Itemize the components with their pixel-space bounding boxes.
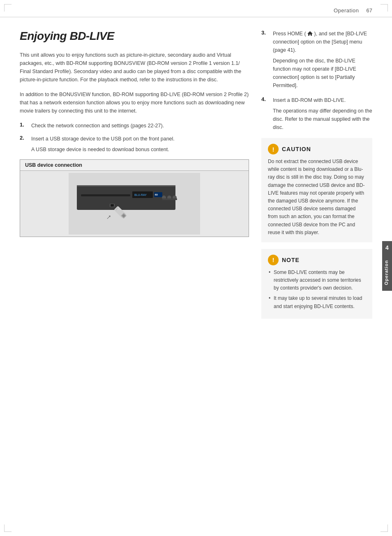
- step-2-content-wrap: Insert a USB storage device to the USB p…: [31, 135, 175, 154]
- step-item-2: 2. Insert a USB storage device to the US…: [20, 135, 249, 154]
- page-header: Operation 67: [0, 0, 392, 17]
- content-area: Enjoying BD-LIVE This unit allows you to…: [0, 17, 392, 331]
- step-2-note: A USB storage device is needed to downlo…: [31, 145, 175, 154]
- step-2-number: 2.: [20, 135, 28, 154]
- page-container: Operation 67 Enjoying BD-LIVE This unit …: [0, 0, 392, 536]
- caution-icon: !: [268, 144, 279, 154]
- note-item-2: It may take up to several minutes to loa…: [268, 294, 366, 310]
- svg-text:BLU-RAY: BLU-RAY: [134, 193, 147, 196]
- right-column: 3. Press HOME ( ), and set the [BD-LIVE …: [261, 30, 372, 319]
- step-item-4: 4. Insert a BD-ROM with BD-LIVE. The ope…: [261, 96, 372, 131]
- usb-device-box: USB device connection BLU-RAY: [20, 159, 249, 237]
- svg-rect-3: [81, 194, 130, 196]
- side-tab-container: 4 Operation: [382, 241, 392, 291]
- caution-label: CAUTION: [282, 146, 311, 152]
- intro-paragraph-2: In addition to the BONUSVIEW function, B…: [20, 90, 249, 115]
- note-list: Some BD-LIVE contents may be restrictive…: [268, 269, 366, 311]
- note-item-1: Some BD-LIVE contents may be restrictive…: [268, 269, 366, 292]
- player-illustration: BLU-RAY BD: [69, 173, 200, 235]
- step-4-number: 4.: [261, 96, 270, 131]
- step-3-text: Press HOME ( ), and set the [BD-LIVE con…: [273, 31, 367, 53]
- step-4-text: Insert a BD-ROM with BD-LIVE.: [273, 97, 346, 103]
- step-3-number: 3.: [261, 30, 270, 90]
- svg-text:BD: BD: [155, 193, 158, 196]
- corner-mark-tr: [380, 4, 388, 12]
- step-4-content-wrap: Insert a BD-ROM with BD-LIVE. The operat…: [273, 96, 372, 131]
- usb-box-title: USB device connection: [20, 160, 249, 171]
- caution-header: ! CAUTION: [268, 144, 366, 154]
- side-tab-number: 4: [382, 241, 392, 254]
- usb-box-image: BLU-RAY BD: [20, 171, 249, 237]
- svg-rect-11: [162, 198, 177, 200]
- corner-mark-br: [380, 524, 388, 532]
- header-page-number: 67: [367, 7, 372, 14]
- home-icon-inline: [307, 31, 314, 37]
- step-4-note: The operations may differ depending on t…: [273, 107, 372, 131]
- note-label: NOTE: [282, 257, 300, 263]
- caution-box: ! CAUTION Do not extract the connected U…: [261, 138, 372, 242]
- left-steps-list: 1. Check the network connection and sett…: [20, 122, 249, 154]
- header-section: Operation: [334, 7, 359, 14]
- step-2-text: Insert a USB storage device to the USB p…: [31, 136, 175, 142]
- step-item-1: 1. Check the network connection and sett…: [20, 122, 249, 130]
- note-box: ! NOTE Some BD-LIVE contents may be rest…: [261, 249, 372, 319]
- svg-marker-19: [307, 31, 313, 36]
- caution-text: Do not extract the connected USB device …: [268, 158, 366, 237]
- svg-rect-13: [111, 204, 114, 207]
- step-3-content-wrap: Press HOME ( ), and set the [BD-LIVE con…: [273, 30, 372, 90]
- corner-mark-bl: [4, 524, 12, 532]
- intro-paragraph-1: This unit allows you to enjoy functions …: [20, 51, 249, 84]
- corner-mark-tl: [4, 4, 12, 12]
- note-icon: !: [268, 255, 279, 265]
- svg-rect-2: [77, 185, 175, 186]
- side-tab-label: Operation: [382, 254, 392, 291]
- step-1-number: 1.: [20, 122, 28, 130]
- step-item-3: 3. Press HOME ( ), and set the [BD-LIVE …: [261, 30, 372, 90]
- left-column: Enjoying BD-LIVE This unit allows you to…: [20, 30, 249, 319]
- step-3-note: Depending on the disc, the BD-LIVE funct…: [273, 57, 372, 90]
- page-title: Enjoying BD-LIVE: [20, 30, 249, 43]
- step-1-text: Check the network connection and setting…: [31, 123, 164, 129]
- svg-rect-1: [77, 185, 175, 210]
- step-1-content-wrap: Check the network connection and setting…: [31, 122, 164, 130]
- note-header: ! NOTE: [268, 255, 366, 265]
